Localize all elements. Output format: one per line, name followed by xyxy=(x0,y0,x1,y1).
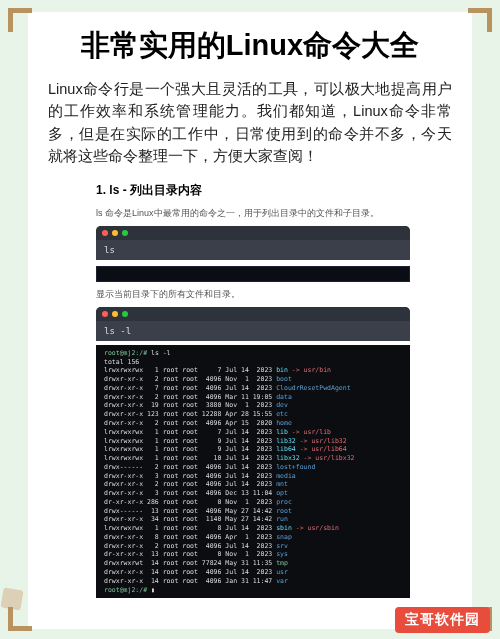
page-title: 非常实用的Linux命令大全 xyxy=(48,26,452,66)
frame-corner xyxy=(468,8,492,32)
frame-corner xyxy=(8,607,32,631)
maximize-icon xyxy=(122,230,128,236)
frame-corner xyxy=(8,8,32,32)
terminal-output-dark xyxy=(96,266,410,282)
terminal-box: ls -l xyxy=(96,307,410,341)
maximize-icon xyxy=(122,311,128,317)
section-heading: 1. ls - 列出目录内容 xyxy=(96,182,452,199)
terminal-titlebar xyxy=(96,307,410,321)
terminal-titlebar xyxy=(96,226,410,240)
terminal-box: ls xyxy=(96,226,410,260)
close-icon xyxy=(102,230,108,236)
terminal-command: ls -l xyxy=(96,321,410,341)
minimize-icon xyxy=(112,311,118,317)
minimize-icon xyxy=(112,230,118,236)
caption-text: 显示当前目录下的所有文件和目录。 xyxy=(96,288,452,301)
page-card: 非常实用的Linux命令大全 Linux命令行是一个强大且灵活的工具，可以极大地… xyxy=(28,12,472,629)
watermark-badge: 宝哥软件园 xyxy=(395,607,490,633)
terminal-command: ls xyxy=(96,240,410,260)
terminal-output: root@mj2:/# ls -l total 156 lrwxrwxrwx 1… xyxy=(96,345,410,598)
close-icon xyxy=(102,311,108,317)
intro-paragraph: Linux命令行是一个强大且灵活的工具，可以极大地提高用户的工作效率和系统管理能… xyxy=(48,78,452,168)
caption-text: ls 命令是Linux中最常用的命令之一，用于列出目录中的文件和子目录。 xyxy=(96,207,452,220)
